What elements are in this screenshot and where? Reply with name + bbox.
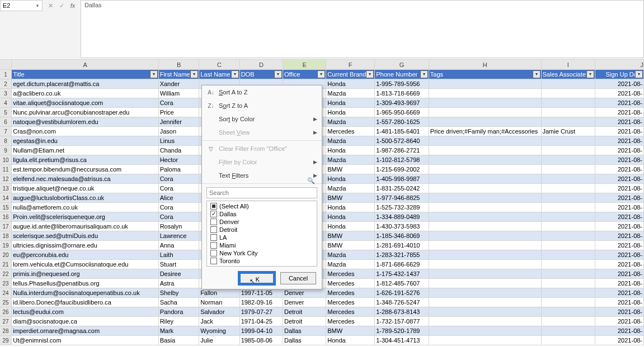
fx-icon[interactable]: fx	[68, 2, 77, 9]
row-header[interactable]: 14	[0, 193, 12, 202]
cell-I26[interactable]	[542, 307, 596, 316]
filter-option[interactable]: New York City	[207, 249, 317, 257]
cell-G21[interactable]: 1-871-686-6629	[375, 260, 429, 269]
cell-B23[interactable]: Astra	[159, 279, 199, 288]
cell-B15[interactable]: Cora	[159, 203, 199, 212]
cell-F5[interactable]: Honda	[326, 108, 375, 117]
cell-G12[interactable]: 1-405-998-9987	[375, 174, 429, 183]
cell-H12[interactable]	[429, 174, 542, 183]
cell-A13[interactable]: tristique.aliquet@neque.co.uk	[12, 184, 158, 193]
cell-D29[interactable]: 1985-08-06	[240, 336, 283, 345]
cell-H4[interactable]	[429, 98, 542, 107]
cell-B26[interactable]: Pandora	[159, 307, 199, 316]
cell-B5[interactable]: Price	[159, 108, 199, 117]
filter-option[interactable]: Detroit	[207, 226, 317, 234]
cell-B2[interactable]: Xander	[159, 79, 199, 88]
cell-I11[interactable]	[542, 165, 596, 174]
cell-J28[interactable]: 2021-08-	[595, 326, 644, 335]
cell-I23[interactable]	[542, 279, 596, 288]
row-header[interactable]: 26	[0, 307, 12, 316]
cell-H13[interactable]	[429, 184, 542, 193]
cell-G29[interactable]: 1-304-451-4713	[375, 336, 429, 345]
column-header-D[interactable]: D	[240, 60, 283, 69]
cell-B16[interactable]: Cora	[159, 212, 199, 221]
cell-I10[interactable]	[542, 155, 596, 164]
column-header-E[interactable]: E	[283, 60, 326, 69]
cell-G13[interactable]: 1-831-255-0242	[375, 184, 429, 193]
cell-D25[interactable]: 1982-09-16	[240, 298, 283, 307]
row-header[interactable]: 3	[0, 89, 12, 98]
ok-button[interactable]: K ↖	[239, 272, 275, 284]
cell-H10[interactable]	[429, 155, 542, 164]
cell-G3[interactable]: 1-813-718-6669	[375, 89, 429, 98]
cell-J24[interactable]: 2021-08-	[595, 288, 644, 297]
column-header-C[interactable]: C	[199, 60, 239, 69]
cell-A25[interactable]: id.libero.Donec@faucibusidlibero.ca	[12, 298, 158, 307]
cell-F14[interactable]: BMW	[326, 193, 375, 202]
row-header[interactable]: 29	[0, 336, 12, 345]
enter-formula-icon[interactable]: ✓	[57, 2, 66, 9]
cell-H5[interactable]	[429, 108, 542, 117]
cell-C26[interactable]: Salvador	[199, 307, 239, 316]
filter-button-D[interactable]: ▾	[274, 70, 282, 78]
cell-F4[interactable]: Honda	[326, 98, 375, 107]
cell-B21[interactable]: Stuart	[159, 260, 199, 269]
cell-J19[interactable]: 2021-08-	[595, 241, 644, 250]
cell-H11[interactable]	[429, 165, 542, 174]
cell-J3[interactable]: 2021-08-	[595, 89, 644, 98]
cell-C27[interactable]: Jack	[199, 317, 239, 326]
cell-H8[interactable]	[429, 136, 542, 145]
cell-F27[interactable]: Mercedes	[326, 317, 375, 326]
cell-A11[interactable]: est.tempor.bibendum@neccursusa.com	[12, 165, 158, 174]
cell-F23[interactable]: Mercedes	[326, 279, 375, 288]
cell-G16[interactable]: 1-334-889-0489	[375, 212, 429, 221]
row-header[interactable]: 2	[0, 79, 12, 88]
cell-J20[interactable]: 2021-08-	[595, 250, 644, 259]
cell-A7[interactable]: Cras@non.com	[12, 127, 158, 136]
cell-F21[interactable]: Mazda	[326, 260, 375, 269]
filter-option[interactable]: Dallas	[207, 210, 317, 218]
cell-J14[interactable]: 2021-08-	[595, 193, 644, 202]
cell-I17[interactable]	[542, 222, 596, 231]
cell-F12[interactable]: Honda	[326, 174, 375, 183]
row-header[interactable]: 25	[0, 298, 12, 307]
cell-F6[interactable]: Mazda	[326, 117, 375, 126]
row-header[interactable]: 12	[0, 174, 12, 183]
cell-I22[interactable]	[542, 269, 596, 278]
cell-H20[interactable]	[429, 250, 542, 259]
cell-A19[interactable]: ultricies.dignissim@ornare.edu	[12, 241, 158, 250]
cell-B3[interactable]: William	[159, 89, 199, 98]
cell-B11[interactable]: Paloma	[159, 165, 199, 174]
column-header-A[interactable]: A	[12, 60, 159, 69]
filter-button-C[interactable]: ▾	[231, 70, 239, 78]
cell-H18[interactable]	[429, 231, 542, 240]
cell-I14[interactable]	[542, 193, 596, 202]
cell-I6[interactable]	[542, 117, 596, 126]
cell-D27[interactable]: 1971-04-25	[240, 317, 283, 326]
cell-I20[interactable]	[542, 250, 596, 259]
cell-B14[interactable]: Alice	[159, 193, 199, 202]
cell-G4[interactable]: 1-309-493-9697	[375, 98, 429, 107]
cell-D24[interactable]: 1997-11-05	[240, 288, 283, 297]
cell-F13[interactable]: Mazda	[326, 184, 375, 193]
cell-J22[interactable]: 2021-08-	[595, 269, 644, 278]
cell-J7[interactable]: 2021-08-	[595, 127, 644, 136]
cell-F24[interactable]: Mercedes	[326, 288, 375, 297]
cell-F8[interactable]: Mazda	[326, 136, 375, 145]
cell-E29[interactable]: Dallas	[283, 336, 326, 345]
cell-A4[interactable]: vitae.aliquet@sociisnatoque.com	[12, 98, 158, 107]
filter-checkbox-list[interactable]: (Select All)DallasDenverDetroitLAMiamiNe…	[206, 201, 317, 267]
row-header[interactable]: 20	[0, 250, 12, 259]
row-header[interactable]: 18	[0, 231, 12, 240]
cell-C25[interactable]: Norman	[199, 298, 239, 307]
row-header[interactable]: 1	[0, 70, 12, 79]
cell-B9[interactable]: Chanda	[159, 146, 199, 155]
filter-button-E[interactable]: ▾	[317, 70, 325, 78]
filter-button-F[interactable]: ▾	[366, 70, 374, 78]
filter-button-A[interactable]: ▾	[150, 70, 158, 78]
row-header[interactable]: 21	[0, 260, 12, 269]
cell-A6[interactable]: natoque@vestibulumlorem.edu	[12, 117, 158, 126]
cell-J9[interactable]: 2021-08-	[595, 146, 644, 155]
cell-B20[interactable]: Laith	[159, 250, 199, 259]
cell-H29[interactable]	[429, 336, 542, 345]
